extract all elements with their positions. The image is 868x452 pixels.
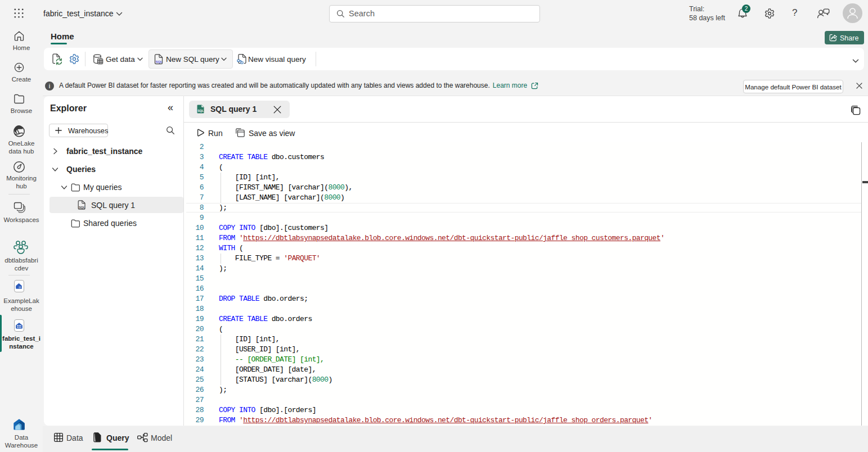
svg-text:SQL: SQL: [155, 60, 163, 64]
svg-text:SQL: SQL: [197, 109, 204, 112]
svg-text:SQL: SQL: [79, 206, 86, 209]
